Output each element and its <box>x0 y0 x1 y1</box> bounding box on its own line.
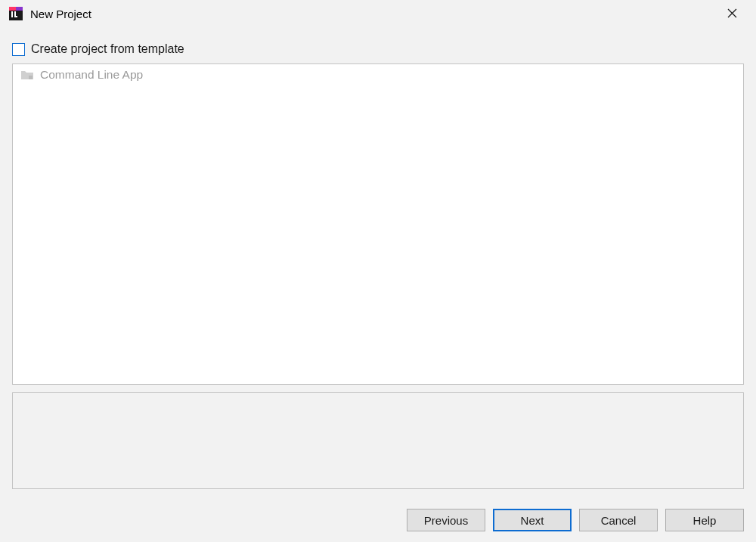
create-from-template-label[interactable]: Create project from template <box>31 42 184 56</box>
button-bar: Previous Next Cancel Help <box>407 509 744 531</box>
svg-rect-4 <box>14 11 16 16</box>
svg-rect-1 <box>9 7 16 11</box>
previous-button[interactable]: Previous <box>407 509 485 531</box>
cancel-button[interactable]: Cancel <box>579 509 658 531</box>
help-button[interactable]: Help <box>665 509 744 531</box>
svg-rect-5 <box>14 16 17 17</box>
next-button[interactable]: Next <box>493 509 572 531</box>
dialog-content: Create project from template Command Lin… <box>0 27 756 489</box>
template-item-label: Command Line App <box>40 68 143 82</box>
list-item[interactable]: Command Line App <box>13 64 743 85</box>
titlebar: New Project <box>0 0 756 27</box>
template-description <box>12 392 744 489</box>
folder-icon <box>20 69 34 81</box>
svg-rect-3 <box>11 11 13 17</box>
window-title: New Project <box>30 8 91 20</box>
close-icon <box>727 8 737 20</box>
svg-rect-2 <box>16 7 23 11</box>
svg-rect-8 <box>29 76 33 79</box>
close-button[interactable] <box>717 0 747 27</box>
create-from-template-checkbox[interactable] <box>12 43 25 56</box>
create-from-template-row: Create project from template <box>12 42 744 56</box>
app-icon <box>9 7 23 20</box>
titlebar-left: New Project <box>9 7 91 20</box>
template-list[interactable]: Command Line App <box>12 63 744 385</box>
